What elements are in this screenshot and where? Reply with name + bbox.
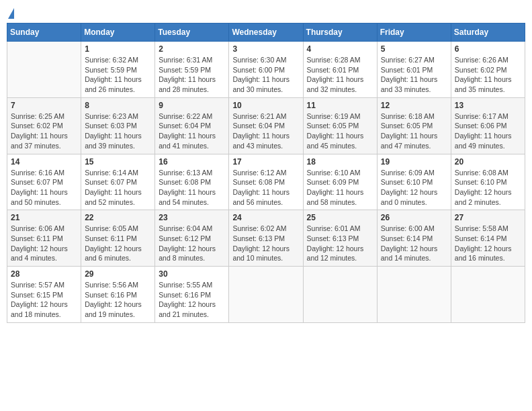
day-info: Sunrise: 6:18 AM Sunset: 6:05 PM Dayligh…	[381, 111, 447, 151]
day-number: 7	[11, 101, 77, 110]
week-row-5: 28Sunrise: 5:57 AM Sunset: 6:15 PM Dayli…	[7, 267, 525, 323]
day-cell: 14Sunrise: 6:16 AM Sunset: 6:07 PM Dayli…	[7, 154, 81, 210]
calendar-table: SundayMondayTuesdayWednesdayThursdayFrid…	[7, 23, 525, 323]
day-number: 25	[307, 213, 373, 222]
day-number: 16	[159, 157, 225, 167]
day-cell: 26Sunrise: 6:00 AM Sunset: 6:14 PM Dayli…	[377, 210, 451, 267]
week-row-4: 21Sunrise: 6:06 AM Sunset: 6:11 PM Dayli…	[7, 210, 525, 267]
day-number: 22	[85, 213, 151, 222]
day-number: 6	[455, 44, 521, 54]
day-number: 14	[11, 157, 77, 167]
day-cell: 20Sunrise: 6:08 AM Sunset: 6:10 PM Dayli…	[451, 154, 525, 210]
day-cell: 30Sunrise: 5:55 AM Sunset: 6:16 PM Dayli…	[155, 267, 229, 323]
day-cell: 1Sunrise: 6:32 AM Sunset: 5:59 PM Daylig…	[81, 42, 155, 98]
day-number: 23	[159, 213, 225, 222]
day-info: Sunrise: 6:00 AM Sunset: 6:14 PM Dayligh…	[381, 224, 447, 263]
day-cell	[451, 267, 525, 323]
day-number: 11	[307, 101, 373, 110]
day-info: Sunrise: 6:31 AM Sunset: 5:59 PM Dayligh…	[159, 55, 225, 95]
header-cell-monday: Monday	[81, 24, 155, 42]
header-cell-sunday: Sunday	[7, 24, 81, 42]
day-info: Sunrise: 6:16 AM Sunset: 6:07 PM Dayligh…	[11, 168, 77, 208]
day-cell: 19Sunrise: 6:09 AM Sunset: 6:10 PM Dayli…	[377, 154, 451, 210]
day-cell: 21Sunrise: 6:06 AM Sunset: 6:11 PM Dayli…	[7, 210, 81, 267]
logo-triangle-icon	[8, 8, 14, 19]
week-row-2: 7Sunrise: 6:25 AM Sunset: 6:02 PM Daylig…	[7, 97, 525, 154]
week-row-1: 1Sunrise: 6:32 AM Sunset: 5:59 PM Daylig…	[7, 42, 525, 98]
day-cell: 7Sunrise: 6:25 AM Sunset: 6:02 PM Daylig…	[7, 97, 81, 154]
day-cell: 6Sunrise: 6:26 AM Sunset: 6:02 PM Daylig…	[451, 42, 525, 98]
day-number: 15	[85, 157, 151, 167]
day-number: 3	[232, 44, 299, 54]
day-number: 24	[232, 213, 299, 222]
day-cell: 27Sunrise: 5:58 AM Sunset: 6:14 PM Dayli…	[451, 210, 525, 267]
header	[7, 7, 525, 19]
day-info: Sunrise: 6:12 AM Sunset: 6:08 PM Dayligh…	[232, 168, 299, 208]
day-number: 12	[381, 101, 447, 110]
day-cell: 16Sunrise: 6:13 AM Sunset: 6:08 PM Dayli…	[155, 154, 229, 210]
day-info: Sunrise: 6:05 AM Sunset: 6:11 PM Dayligh…	[85, 224, 151, 263]
day-cell	[377, 267, 451, 323]
day-cell: 8Sunrise: 6:23 AM Sunset: 6:03 PM Daylig…	[81, 97, 155, 154]
header-cell-thursday: Thursday	[303, 24, 377, 42]
day-number: 19	[381, 157, 447, 167]
day-cell: 23Sunrise: 6:04 AM Sunset: 6:12 PM Dayli…	[155, 210, 229, 267]
day-info: Sunrise: 6:26 AM Sunset: 6:02 PM Dayligh…	[455, 55, 521, 95]
header-cell-wednesday: Wednesday	[229, 24, 303, 42]
day-info: Sunrise: 6:32 AM Sunset: 5:59 PM Dayligh…	[85, 55, 151, 95]
day-info: Sunrise: 5:55 AM Sunset: 6:16 PM Dayligh…	[159, 280, 225, 320]
day-cell: 2Sunrise: 6:31 AM Sunset: 5:59 PM Daylig…	[155, 42, 229, 98]
day-cell: 13Sunrise: 6:17 AM Sunset: 6:06 PM Dayli…	[451, 97, 525, 154]
day-info: Sunrise: 6:30 AM Sunset: 6:00 PM Dayligh…	[232, 55, 299, 95]
day-number: 4	[307, 44, 373, 54]
day-info: Sunrise: 6:08 AM Sunset: 6:10 PM Dayligh…	[455, 168, 521, 208]
day-number: 21	[11, 213, 77, 222]
day-number: 27	[455, 213, 521, 222]
day-cell: 4Sunrise: 6:28 AM Sunset: 6:01 PM Daylig…	[303, 42, 377, 98]
day-number: 2	[159, 44, 225, 54]
day-number: 26	[381, 213, 447, 222]
week-row-3: 14Sunrise: 6:16 AM Sunset: 6:07 PM Dayli…	[7, 154, 525, 210]
day-number: 29	[85, 269, 151, 279]
day-cell: 22Sunrise: 6:05 AM Sunset: 6:11 PM Dayli…	[81, 210, 155, 267]
header-row: SundayMondayTuesdayWednesdayThursdayFrid…	[7, 24, 525, 42]
day-number: 13	[455, 101, 521, 110]
day-number: 10	[232, 101, 299, 110]
day-number: 18	[307, 157, 373, 167]
day-info: Sunrise: 6:23 AM Sunset: 6:03 PM Dayligh…	[85, 111, 151, 151]
day-info: Sunrise: 5:56 AM Sunset: 6:16 PM Dayligh…	[85, 280, 151, 320]
day-info: Sunrise: 6:22 AM Sunset: 6:04 PM Dayligh…	[159, 111, 225, 151]
day-number: 17	[232, 157, 299, 167]
header-cell-friday: Friday	[377, 24, 451, 42]
logo	[7, 7, 14, 19]
day-info: Sunrise: 6:17 AM Sunset: 6:06 PM Dayligh…	[455, 111, 521, 151]
day-number: 8	[85, 101, 151, 110]
day-cell: 17Sunrise: 6:12 AM Sunset: 6:08 PM Dayli…	[229, 154, 303, 210]
day-cell: 24Sunrise: 6:02 AM Sunset: 6:13 PM Dayli…	[229, 210, 303, 267]
day-info: Sunrise: 6:19 AM Sunset: 6:05 PM Dayligh…	[307, 111, 373, 151]
day-cell: 5Sunrise: 6:27 AM Sunset: 6:01 PM Daylig…	[377, 42, 451, 98]
day-cell: 15Sunrise: 6:14 AM Sunset: 6:07 PM Dayli…	[81, 154, 155, 210]
day-cell: 25Sunrise: 6:01 AM Sunset: 6:13 PM Dayli…	[303, 210, 377, 267]
day-number: 9	[159, 101, 225, 110]
day-info: Sunrise: 6:06 AM Sunset: 6:11 PM Dayligh…	[11, 224, 77, 263]
day-cell	[229, 267, 303, 323]
day-info: Sunrise: 6:21 AM Sunset: 6:04 PM Dayligh…	[232, 111, 299, 151]
day-cell	[303, 267, 377, 323]
day-cell: 28Sunrise: 5:57 AM Sunset: 6:15 PM Dayli…	[7, 267, 81, 323]
day-info: Sunrise: 6:14 AM Sunset: 6:07 PM Dayligh…	[85, 168, 151, 208]
day-info: Sunrise: 6:13 AM Sunset: 6:08 PM Dayligh…	[159, 168, 225, 208]
day-info: Sunrise: 6:25 AM Sunset: 6:02 PM Dayligh…	[11, 111, 77, 151]
day-info: Sunrise: 6:09 AM Sunset: 6:10 PM Dayligh…	[381, 168, 447, 208]
day-cell: 11Sunrise: 6:19 AM Sunset: 6:05 PM Dayli…	[303, 97, 377, 154]
day-number: 1	[85, 44, 151, 54]
day-number: 28	[11, 269, 77, 279]
day-number: 20	[455, 157, 521, 167]
day-cell: 3Sunrise: 6:30 AM Sunset: 6:00 PM Daylig…	[229, 42, 303, 98]
day-info: Sunrise: 5:58 AM Sunset: 6:14 PM Dayligh…	[455, 224, 521, 263]
day-cell: 18Sunrise: 6:10 AM Sunset: 6:09 PM Dayli…	[303, 154, 377, 210]
day-info: Sunrise: 6:02 AM Sunset: 6:13 PM Dayligh…	[232, 224, 299, 263]
day-info: Sunrise: 6:27 AM Sunset: 6:01 PM Dayligh…	[381, 55, 447, 95]
day-info: Sunrise: 6:01 AM Sunset: 6:13 PM Dayligh…	[307, 224, 373, 263]
day-cell: 9Sunrise: 6:22 AM Sunset: 6:04 PM Daylig…	[155, 97, 229, 154]
